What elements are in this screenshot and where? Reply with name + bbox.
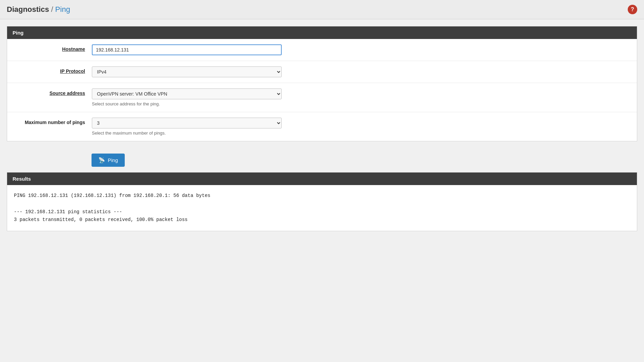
main-content: Ping Hostname IP Protocol IPv4 IPv6 Sour… xyxy=(0,19,644,238)
hostname-input[interactable] xyxy=(92,44,282,55)
ping-section-header: Ping xyxy=(7,26,637,39)
hostname-row: Hostname xyxy=(7,39,637,61)
max-pings-select[interactable]: 1 2 3 4 5 10 20 50 100 xyxy=(92,118,282,128)
max-pings-row: Maximum number of pings 1 2 3 4 5 10 20 … xyxy=(7,112,637,141)
results-output: PING 192.168.12.131 (192.168.12.131) fro… xyxy=(7,185,637,231)
max-pings-field: 1 2 3 4 5 10 20 50 100 Select the maximu… xyxy=(92,118,302,136)
ping-button-label: Ping xyxy=(108,157,118,163)
breadcrumb-parent: Diagnostics xyxy=(7,5,49,14)
ping-signal-icon: 📡 xyxy=(98,157,105,163)
ip-protocol-select[interactable]: IPv4 IPv6 xyxy=(92,66,282,77)
hostname-field xyxy=(92,44,302,55)
source-address-row: Source address OpenVPN server: VM Office… xyxy=(7,83,637,112)
results-section-card: Results PING 192.168.12.131 (192.168.12.… xyxy=(7,172,637,231)
source-address-select[interactable]: OpenVPN server: VM Office VPN any xyxy=(92,88,282,99)
breadcrumb-separator: / xyxy=(51,5,53,14)
hostname-label: Hostname xyxy=(14,44,92,52)
ip-protocol-label: IP Protocol xyxy=(14,66,92,74)
results-section-header: Results xyxy=(7,173,637,185)
ping-button[interactable]: 📡 Ping xyxy=(92,154,125,167)
help-icon[interactable]: ? xyxy=(628,5,637,14)
source-address-hint: Select source address for the ping. xyxy=(92,101,302,106)
button-row: 📡 Ping xyxy=(7,148,637,172)
max-pings-label: Maximum number of pings xyxy=(14,118,92,125)
source-address-label: Source address xyxy=(14,88,92,96)
source-address-field: OpenVPN server: VM Office VPN any Select… xyxy=(92,88,302,106)
max-pings-hint: Select the maximum number of pings. xyxy=(92,130,302,136)
ping-section-card: Ping Hostname IP Protocol IPv4 IPv6 Sour… xyxy=(7,26,637,141)
breadcrumb-current: Ping xyxy=(55,5,70,14)
ip-protocol-field: IPv4 IPv6 xyxy=(92,66,302,77)
page-header: Diagnostics / Ping ? xyxy=(0,0,644,19)
breadcrumb: Diagnostics / Ping xyxy=(7,5,70,14)
ip-protocol-row: IP Protocol IPv4 IPv6 xyxy=(7,61,637,83)
